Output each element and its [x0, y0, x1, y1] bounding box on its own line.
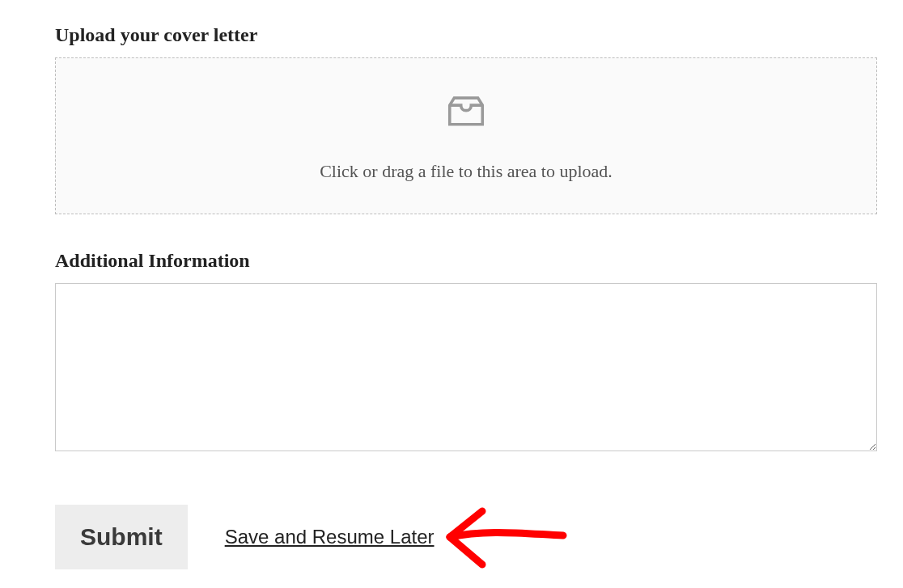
save-resume-link[interactable]: Save and Resume Later: [225, 526, 435, 548]
dropzone-text: Click or drag a file to this area to upl…: [320, 161, 613, 182]
annotation-arrow-icon: [438, 495, 575, 579]
cover-letter-dropzone[interactable]: Click or drag a file to this area to upl…: [55, 57, 877, 214]
additional-info-textarea[interactable]: [55, 283, 877, 451]
cover-letter-label: Upload your cover letter: [55, 24, 871, 46]
inbox-icon: [444, 90, 488, 161]
form-actions: Submit Save and Resume Later: [55, 495, 871, 579]
form-page: Upload your cover letter Click or drag a…: [0, 0, 903, 579]
additional-info-label: Additional Information: [55, 250, 871, 272]
spacer: [55, 214, 871, 250]
submit-button[interactable]: Submit: [55, 505, 188, 569]
